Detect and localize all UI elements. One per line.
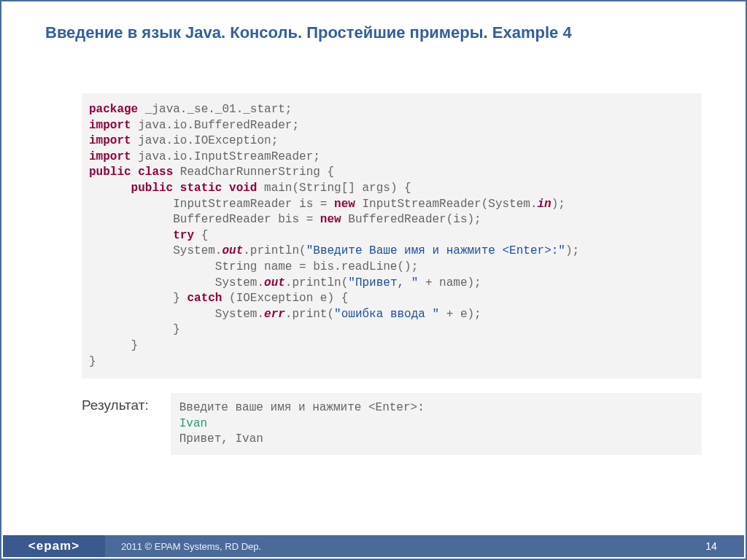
result-row: Результат: Введите ваше имя и нажмите <E… (82, 393, 702, 455)
line-readline: String name = bis.readLine(); (89, 260, 418, 273)
fld-in: in (538, 198, 551, 211)
kw-import: import (89, 134, 131, 147)
fld-out: out (222, 244, 243, 257)
sys-err: System. (89, 308, 264, 321)
brace-close-2: } (89, 339, 138, 352)
footer-page-number: 14 (678, 535, 744, 557)
result-line-1: Введите ваше имя и нажмите <Enter>: (179, 401, 425, 414)
fld-err: err (264, 308, 285, 321)
plus-e: + e); (439, 308, 481, 321)
kw-void: void (229, 182, 257, 195)
line-isr-a: InputStreamReader is = (89, 198, 334, 211)
str-hello: "Привет, " (348, 276, 418, 289)
kw-package: package (89, 103, 138, 116)
kw-new: new (320, 213, 341, 226)
kw-public: public (131, 182, 174, 195)
close: ); (565, 244, 579, 257)
kw-try: try (173, 229, 194, 242)
footer-copyright: 2011 © EPAM Systems, RD Dep. (105, 535, 678, 557)
main-sig: main(String[] args) { (257, 182, 411, 195)
sys-out2: System. (89, 276, 264, 289)
plus-name: + name); (418, 276, 481, 289)
line-br-a: BufferedReader bis = (89, 213, 320, 226)
kw-import: import (89, 150, 131, 163)
kw-class: class (138, 166, 173, 179)
line-br-b: BufferedReader(is); (341, 213, 481, 226)
brace-close-1: } (89, 323, 180, 336)
code-block: package _java._se._01._start; import jav… (82, 93, 702, 378)
import-3: java.io.InputStreamReader; (131, 150, 320, 163)
str-err: "ошибка ввода " (334, 308, 439, 321)
println: .println( (243, 244, 306, 257)
println: .println( (285, 276, 348, 289)
sys-out: System. (89, 244, 222, 257)
pkg-name: _java._se._01._start; (138, 103, 292, 116)
line-isr-b: InputStreamReader(System. (355, 198, 538, 211)
footer: <epam> 2011 © EPAM Systems, RD Dep. 14 (3, 535, 744, 557)
import-1: java.io.BufferedReader; (131, 119, 299, 132)
catch-sig: (IOException e) { (222, 292, 348, 305)
result-label: Результат: (82, 393, 171, 413)
brace-close-3: } (89, 355, 96, 368)
result-output: Введите ваше имя и нажмите <Enter>: Ivan… (171, 393, 702, 455)
fld-out: out (264, 276, 285, 289)
page-title: Введение в язык Java. Консоль. Простейши… (1, 1, 746, 42)
kw-catch: catch (187, 292, 222, 305)
kw-new: new (334, 198, 355, 211)
kw-static: static (180, 182, 222, 195)
kw-import: import (89, 119, 131, 132)
close: ); (551, 198, 565, 211)
brace-open: { (194, 229, 208, 242)
close-try: } (89, 292, 187, 305)
footer-logo: <epam> (3, 535, 105, 557)
import-2: java.io.IOException; (131, 134, 279, 147)
result-line-3: Привет, Ivan (179, 432, 263, 446)
str-prompt: "Введите Ваше имя и нажмите <Enter>:" (306, 244, 565, 257)
kw-public: public (89, 166, 131, 179)
print: .print( (285, 308, 334, 321)
class-decl: ReadCharRunnerString { (173, 166, 334, 179)
result-line-2: Ivan (179, 417, 207, 430)
